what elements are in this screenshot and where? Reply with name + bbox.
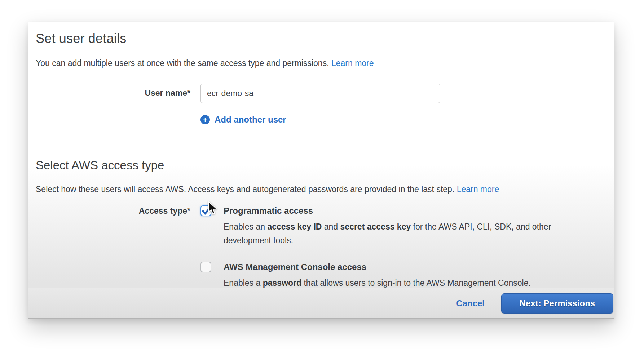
learn-more-link[interactable]: Learn more bbox=[457, 185, 499, 194]
option-title: Programmatic access bbox=[224, 205, 577, 216]
option-title: AWS Management Console access bbox=[224, 262, 531, 272]
page-title: Set user details bbox=[36, 31, 606, 46]
console-access-option: AWS Management Console access Enables a … bbox=[200, 262, 577, 290]
next-permissions-button[interactable]: Next: Permissions bbox=[501, 293, 613, 314]
wizard-footer: Cancel Next: Permissions bbox=[28, 288, 614, 319]
username-row: User name* bbox=[36, 84, 606, 103]
username-input[interactable] bbox=[200, 84, 440, 103]
add-another-user-button[interactable]: + Add another user bbox=[200, 115, 606, 125]
cancel-button[interactable]: Cancel bbox=[456, 298, 485, 308]
username-control bbox=[200, 84, 440, 103]
user-details-intro-text: You can add multiple users at once with … bbox=[36, 58, 331, 68]
section-divider bbox=[36, 178, 606, 178]
console-access-checkbox[interactable] bbox=[200, 262, 211, 272]
access-type-intro-text: Select how these users will access AWS. … bbox=[36, 185, 457, 194]
access-type-section: Select AWS access type Select how these … bbox=[36, 159, 606, 290]
learn-more-link[interactable]: Learn more bbox=[331, 58, 374, 68]
set-user-details-card: Set user details You can add multiple us… bbox=[28, 22, 614, 319]
programmatic-access-checkbox[interactable] bbox=[200, 205, 211, 216]
checkmark-icon bbox=[202, 207, 211, 216]
username-label: User name* bbox=[36, 84, 190, 98]
option-body: Programmatic access Enables an access ke… bbox=[224, 205, 577, 247]
access-type-intro: Select how these users will access AWS. … bbox=[36, 184, 606, 195]
section-divider bbox=[36, 52, 606, 52]
access-type-row: Access type* Programmatic access Enables… bbox=[36, 205, 606, 290]
access-type-options: Programmatic access Enables an access ke… bbox=[200, 205, 577, 290]
option-description: Enables an access key ID and secret acce… bbox=[224, 220, 577, 247]
user-details-intro: You can add multiple users at once with … bbox=[36, 58, 606, 68]
access-type-label: Access type* bbox=[36, 205, 190, 216]
add-another-user-label: Add another user bbox=[215, 115, 286, 125]
plus-circle-icon: + bbox=[200, 115, 210, 124]
programmatic-access-option: Programmatic access Enables an access ke… bbox=[200, 205, 577, 247]
access-type-heading: Select AWS access type bbox=[36, 159, 606, 172]
option-body: AWS Management Console access Enables a … bbox=[224, 262, 531, 290]
